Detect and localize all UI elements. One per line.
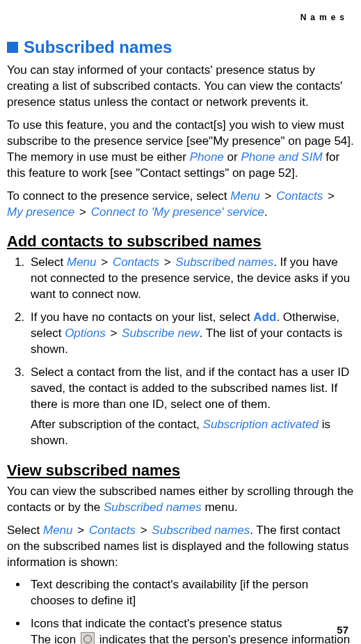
text: Icons that indicate the contact's presen… — [31, 617, 282, 630]
bullet-list: Text describing the contact's availabili… — [7, 577, 354, 644]
text: If you have no contacts on your list, se… — [31, 311, 253, 324]
link-menu: Menu — [43, 524, 73, 537]
bullet-1: Text describing the contact's availabili… — [28, 577, 354, 609]
view-paragraph-2: Select Menu > Contacts > Subscribed name… — [7, 523, 354, 571]
separator: > — [137, 524, 150, 537]
link-subscription-activated: Subscription activated — [203, 418, 319, 431]
page-number: 57 — [337, 624, 348, 636]
view-paragraph-1: You can view the subscribed names either… — [7, 484, 354, 516]
step-3: Select a contact from the list, and if t… — [28, 365, 354, 449]
separator: > — [262, 189, 275, 203]
link-subscribed-names: Subscribed names — [152, 524, 250, 537]
text: menu. — [202, 501, 238, 514]
separator: > — [324, 189, 335, 203]
bullet-2: Icons that indicate the contact's presen… — [28, 616, 354, 644]
link-menu: Menu — [67, 256, 97, 269]
link-subscribed-names: Subscribed names — [104, 501, 202, 514]
text: To connect to the presence service, sele… — [7, 189, 230, 203]
intro-paragraph-3: To connect to the presence service, sele… — [7, 189, 354, 221]
link-menu: Menu — [230, 189, 260, 203]
step-2: If you have no contacts on your list, se… — [28, 310, 354, 358]
text: Select — [31, 256, 67, 269]
intro-paragraph-2: To use this feature, you and the contact… — [7, 118, 354, 182]
link-subscribe-new: Subscribe new — [122, 327, 200, 340]
text: Select a contact from the list, and if t… — [31, 366, 349, 411]
link-phone-and-sim: Phone and SIM — [241, 150, 322, 164]
running-header: Names — [300, 13, 348, 22]
separator: > — [107, 327, 120, 340]
text: The icon — [31, 633, 79, 644]
text: or — [224, 150, 241, 164]
separator: > — [74, 524, 88, 537]
link-options: Options — [65, 327, 106, 340]
link-contacts: Contacts — [113, 256, 159, 269]
separator: > — [76, 205, 89, 219]
separator: > — [161, 256, 174, 269]
link-contacts: Contacts — [89, 524, 136, 537]
step-3-after: After subscription of the contact, Subsc… — [31, 417, 354, 449]
text: After subscription of the contact, — [31, 418, 203, 431]
section-heading: Subscribed names — [7, 38, 354, 57]
link-my-presence: My presence — [7, 205, 74, 219]
subheading-view-subscribed: View subscribed names — [7, 462, 354, 480]
link-subscribed-names: Subscribed names — [175, 256, 273, 269]
step-1: Select Menu > Contacts > Subscribed name… — [28, 255, 354, 303]
link-contacts: Contacts — [276, 189, 323, 203]
steps-list: Select Menu > Contacts > Subscribed name… — [7, 255, 354, 448]
link-connect-service: Connect to 'My presence' service — [91, 205, 264, 219]
presence-unavailable-icon — [81, 632, 95, 644]
intro-paragraph-1: You can stay informed of your contacts' … — [7, 63, 354, 111]
separator: > — [98, 256, 111, 269]
link-phone: Phone — [190, 150, 224, 164]
section-bullet-icon — [7, 42, 18, 53]
subheading-add-contacts: Add contacts to subscribed names — [7, 233, 354, 251]
text: Select — [7, 524, 43, 537]
section-title: Subscribed names — [24, 38, 172, 57]
text: . — [264, 205, 268, 219]
link-add: Add — [253, 311, 276, 324]
